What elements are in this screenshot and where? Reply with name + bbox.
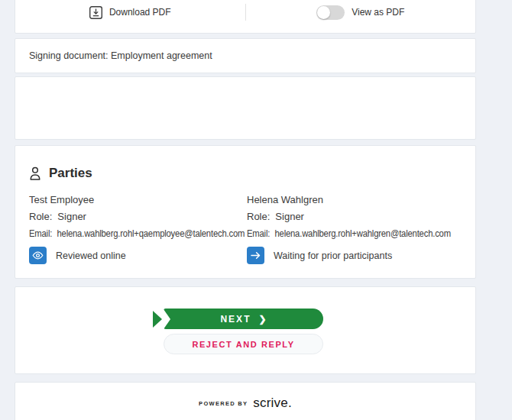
view-as-pdf-toggle[interactable] xyxy=(316,5,345,20)
party-role: Role:Signer xyxy=(247,208,474,225)
next-button[interactable]: NEXT ❯ xyxy=(164,309,323,329)
party-name: Helena Wahlgren xyxy=(247,192,474,208)
party-name: Test Employee xyxy=(29,192,247,208)
party-email: Email:helena.wahlberg.rohl+qaemployee@ta… xyxy=(29,225,247,242)
chevron-right-icon: ❯ xyxy=(258,314,266,325)
toolbar-card: Download PDF View as PDF xyxy=(15,0,476,34)
party-status-text: Reviewed online xyxy=(56,250,126,261)
email-value: helena.wahlberg.rohl+qaemployee@talentec… xyxy=(57,228,245,239)
actions-card xyxy=(15,286,476,374)
party-role: Role:Signer xyxy=(29,208,247,225)
arrow-right-icon xyxy=(247,247,264,264)
download-pdf-label: Download PDF xyxy=(109,7,171,18)
role-value: Signer xyxy=(57,211,86,222)
download-icon xyxy=(89,6,102,19)
person-icon xyxy=(29,166,41,181)
view-as-pdf-label: View as PDF xyxy=(352,7,404,18)
footer-card: POWERED BY scrive. xyxy=(15,382,476,420)
role-label: Role: xyxy=(247,211,270,222)
signing-document-text: Signing document: Employment agreement xyxy=(29,50,212,61)
powered-by-label: POWERED BY xyxy=(199,400,248,407)
party-item: Test Employee Role:Signer Email:helena.w… xyxy=(29,192,247,264)
role-label: Role: xyxy=(29,211,52,222)
party-grid: Test Employee Role:Signer Email:helena.w… xyxy=(29,192,462,264)
role-value: Signer xyxy=(275,211,304,222)
reject-and-reply-button[interactable]: REJECT AND REPLY xyxy=(164,334,323,354)
download-pdf-button[interactable]: Download PDF xyxy=(89,6,171,19)
toggle-knob xyxy=(317,6,330,19)
email-label: Email: xyxy=(29,228,52,239)
reject-button-label: REJECT AND REPLY xyxy=(192,340,294,349)
party-status: Waiting for prior participants xyxy=(247,247,474,264)
parties-title: Parties xyxy=(49,166,92,181)
eye-icon xyxy=(29,247,47,264)
party-email: Email:helena.wahlberg.rohl+wahlgren@tale… xyxy=(247,225,474,242)
parties-heading: Parties xyxy=(29,166,462,181)
parties-card: Parties Test Employee Role:Signer Email:… xyxy=(15,145,476,279)
email-label: Email: xyxy=(247,228,270,239)
party-item: Helena Wahlgren Role:Signer Email:helena… xyxy=(247,192,474,264)
document-preview-card xyxy=(15,76,476,140)
email-value: helena.wahlberg.rohl+wahlgren@talentech.… xyxy=(274,228,450,239)
party-status: Reviewed online xyxy=(29,247,247,264)
next-button-label: NEXT xyxy=(220,314,251,325)
toolbar-left-section: Download PDF xyxy=(15,6,245,19)
toolbar-right-section: View as PDF xyxy=(246,5,476,20)
party-status-text: Waiting for prior participants xyxy=(274,250,392,261)
next-pointer-icon xyxy=(153,311,162,328)
scrive-logo: scrive. xyxy=(253,396,292,411)
signing-document-card: Signing document: Employment agreement xyxy=(15,38,476,73)
